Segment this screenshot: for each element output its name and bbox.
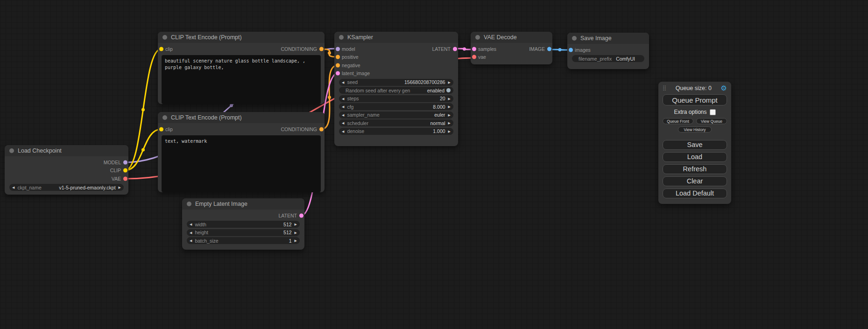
decrement-arrow-icon[interactable]: ◀ <box>342 97 344 100</box>
decrement-arrow-icon[interactable]: ◀ <box>190 239 192 242</box>
save-button[interactable]: Save <box>663 140 727 150</box>
increment-arrow-icon[interactable]: ▶ <box>448 121 451 125</box>
positive-prompt-textarea[interactable]: beautiful scenery nature glass bottle la… <box>162 55 321 104</box>
batch-size-widget[interactable]: ◀ batch_size 1 ▶ <box>187 237 300 244</box>
width-widget[interactable]: ◀ width 512 ▶ <box>187 221 300 228</box>
input-slot-label: vae <box>478 54 486 60</box>
input-slot-images[interactable] <box>569 48 573 52</box>
slot-row: latent_image <box>334 70 458 78</box>
increment-arrow-icon[interactable]: ▶ <box>119 186 121 189</box>
node-clip-text-encode-negative[interactable]: CLIP Text Encode (Prompt) clip CONDITION… <box>158 112 325 192</box>
widget-label: seed <box>347 79 358 85</box>
drag-handle-icon[interactable]: ⣿ <box>663 85 666 91</box>
load-button[interactable]: Load <box>663 152 727 162</box>
clear-button[interactable]: Clear <box>663 176 727 186</box>
node-title: Load Checkpoint <box>18 147 62 154</box>
widget-label: denoise <box>347 128 364 134</box>
output-slot-conditioning[interactable] <box>319 47 324 51</box>
wire-midpoint-dot <box>141 108 145 112</box>
view-queue-button[interactable]: View Queue <box>696 118 727 124</box>
widget-label: batch_size <box>195 238 218 244</box>
load-default-button[interactable]: Load Default <box>663 189 727 198</box>
decrement-arrow-icon[interactable]: ◀ <box>190 223 192 226</box>
node-title-bar[interactable]: CLIP Text Encode (Prompt) <box>158 112 325 123</box>
decrement-arrow-icon[interactable]: ◀ <box>342 130 344 133</box>
node-title-bar[interactable]: Empty Latent Image <box>182 198 304 210</box>
settings-gear-icon[interactable]: ⚙ <box>721 84 727 91</box>
negative-prompt-textarea[interactable]: text, watermark <box>162 135 321 192</box>
input-slot-clip[interactable] <box>159 47 163 51</box>
graph-canvas[interactable]: Load Checkpoint MODEL CLIP VAE ◀ ckpt_na… <box>0 0 868 329</box>
widget-value: 512 <box>283 222 292 227</box>
decrement-arrow-icon[interactable]: ◀ <box>342 105 344 108</box>
increment-arrow-icon[interactable]: ▶ <box>295 239 297 242</box>
output-slot-image[interactable] <box>547 47 551 51</box>
output-slot-conditioning[interactable] <box>319 127 324 131</box>
random-seed-toggle-widget[interactable]: Random seed after every gen enabled <box>339 87 453 94</box>
node-empty-latent-image[interactable]: Empty Latent Image LATENT ◀ width 512 ▶ … <box>182 198 304 250</box>
input-slot-negative[interactable] <box>336 63 340 67</box>
refresh-button[interactable]: Refresh <box>663 164 727 174</box>
increment-arrow-icon[interactable]: ▶ <box>448 81 451 84</box>
decrement-arrow-icon[interactable]: ◀ <box>342 81 344 84</box>
toggle-indicator-icon[interactable] <box>446 88 451 92</box>
output-slot-latent[interactable] <box>299 213 303 217</box>
collapse-dot-icon[interactable] <box>162 35 167 40</box>
node-ksampler[interactable]: KSampler model LATENT positive negative … <box>334 32 458 146</box>
output-slot-label: CLIP <box>110 168 121 173</box>
decrement-arrow-icon[interactable]: ◀ <box>342 113 344 117</box>
input-slot-model[interactable] <box>336 47 340 51</box>
node-title-bar[interactable]: VAE Decode <box>471 32 552 43</box>
node-title-bar[interactable]: Save Image <box>567 33 649 44</box>
input-slot-clip[interactable] <box>159 127 163 131</box>
decrement-arrow-icon[interactable]: ◀ <box>12 186 14 189</box>
extra-options-checkbox[interactable] <box>710 109 716 115</box>
node-clip-text-encode-positive[interactable]: CLIP Text Encode (Prompt) clip CONDITION… <box>158 32 325 104</box>
slot-row: vae <box>471 53 552 62</box>
scheduler-widget[interactable]: ◀ scheduler normal ▶ <box>339 119 453 126</box>
output-slot-label: MODEL <box>104 160 121 165</box>
decrement-arrow-icon[interactable]: ◀ <box>190 231 192 234</box>
collapse-dot-icon[interactable] <box>162 115 167 120</box>
node-title-bar[interactable]: KSampler <box>334 32 458 43</box>
input-slot-latent-image[interactable] <box>336 71 340 76</box>
widget-label: sampler_name <box>347 112 379 118</box>
node-title-bar[interactable]: CLIP Text Encode (Prompt) <box>158 32 325 43</box>
collapse-dot-icon[interactable] <box>9 148 14 153</box>
seed-widget[interactable]: ◀ seed 156680208700286 ▶ <box>339 79 453 86</box>
node-vae-decode[interactable]: VAE Decode samples IMAGE vae <box>471 32 552 64</box>
output-slot-model[interactable] <box>123 160 127 164</box>
increment-arrow-icon[interactable]: ▶ <box>295 223 297 226</box>
node-load-checkpoint[interactable]: Load Checkpoint MODEL CLIP VAE ◀ ckpt_na… <box>5 145 128 195</box>
output-slot-vae[interactable] <box>123 176 127 181</box>
output-slot-latent[interactable] <box>453 47 457 51</box>
increment-arrow-icon[interactable]: ▶ <box>448 97 451 100</box>
increment-arrow-icon[interactable]: ▶ <box>448 130 451 133</box>
widget-value: normal <box>430 120 445 126</box>
ckpt-name-widget[interactable]: ◀ ckpt_name v1-5-pruned-emaonly.ckpt ▶ <box>9 184 124 191</box>
decrement-arrow-icon[interactable]: ◀ <box>342 121 344 125</box>
collapse-dot-icon[interactable] <box>187 202 191 206</box>
increment-arrow-icon[interactable]: ▶ <box>448 113 451 117</box>
input-slot-samples[interactable] <box>472 47 476 51</box>
height-widget[interactable]: ◀ height 512 ▶ <box>187 229 300 236</box>
steps-widget[interactable]: ◀ steps 20 ▶ <box>339 95 453 102</box>
collapse-dot-icon[interactable] <box>475 35 480 40</box>
increment-arrow-icon[interactable]: ▶ <box>295 231 297 234</box>
increment-arrow-icon[interactable]: ▶ <box>448 105 451 108</box>
sampler-name-widget[interactable]: ◀ sampler_name euler ▶ <box>339 112 453 119</box>
node-title-bar[interactable]: Load Checkpoint <box>5 145 128 156</box>
output-slot-clip[interactable] <box>123 168 127 173</box>
node-save-image[interactable]: Save Image images filename_prefix ComfyU… <box>567 33 649 69</box>
cfg-widget[interactable]: ◀ cfg 8.000 ▶ <box>339 103 453 110</box>
queue-prompt-button[interactable]: Queue Prompt <box>663 94 727 105</box>
queue-front-button[interactable]: Queue Front <box>663 118 693 124</box>
collapse-dot-icon[interactable] <box>339 35 344 40</box>
slot-row: CLIP <box>5 167 128 175</box>
denoise-widget[interactable]: ◀ denoise 1.000 ▶ <box>339 128 453 135</box>
collapse-dot-icon[interactable] <box>572 36 577 41</box>
view-history-button[interactable]: View History <box>678 126 712 133</box>
filename-prefix-widget[interactable]: filename_prefix ComfyUI <box>572 55 644 62</box>
input-slot-positive[interactable] <box>336 55 340 59</box>
input-slot-vae[interactable] <box>472 55 476 59</box>
